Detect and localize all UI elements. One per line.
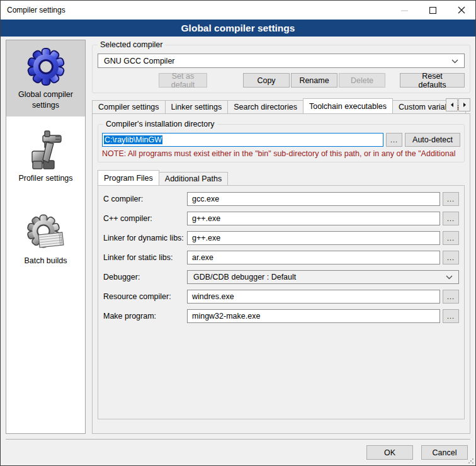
copy-button[interactable]: Copy	[243, 73, 290, 88]
tab-toolchain-executables[interactable]: Toolchain executables	[303, 98, 393, 113]
make-program-input[interactable]	[187, 309, 440, 323]
compiler-select-value: GNU GCC Compiler	[104, 57, 175, 65]
close-button[interactable]	[447, 1, 475, 20]
settings-tabstrip: Compiler settings Linker settings Search…	[92, 98, 470, 113]
cancel-button[interactable]: Cancel	[421, 445, 468, 460]
dialog-body: Global compiler settings	[1, 37, 475, 434]
gray-gear-stack-icon	[26, 212, 66, 253]
field-label: Resource compiler:	[103, 292, 187, 301]
field-row-debugger: Debugger: GDB/CDB debugger : Default	[103, 270, 459, 284]
reset-defaults-button[interactable]: Reset defaults	[400, 73, 465, 88]
chevron-down-icon	[451, 57, 458, 65]
sidebar-item-profiler-settings[interactable]: Profiler settings	[6, 124, 85, 190]
minimize-button	[390, 1, 419, 20]
tab-linker-settings[interactable]: Linker settings	[165, 100, 229, 113]
debugger-select-value: GDB/CDB debugger : Default	[193, 273, 296, 281]
field-label: Linker for static libs:	[103, 253, 187, 262]
page-title: Global compiler settings	[1, 20, 475, 37]
delete-button: Delete	[339, 73, 385, 88]
installation-directory-group-label: Compiler's installation directory	[103, 120, 217, 128]
static-linker-input[interactable]	[187, 251, 440, 264]
installation-directory-browse-button[interactable]: ...	[386, 133, 402, 147]
set-as-default-button: Set as default	[159, 73, 207, 88]
installation-directory-row: C:\raylib\MinGW ... Auto-detect	[102, 133, 460, 147]
c-compiler-browse-button[interactable]: ...	[443, 192, 459, 206]
dialog-footer: OK Cancel	[6, 439, 470, 460]
tab-scroll-left-button[interactable]	[446, 98, 458, 111]
auto-detect-button[interactable]: Auto-detect	[405, 133, 460, 147]
field-label: Make program:	[103, 312, 187, 321]
blue-gear-icon	[26, 46, 66, 86]
compiler-actions-row: Set as default Copy Rename Delete Reset …	[98, 73, 465, 88]
installation-directory-value: C:\raylib\MinGW	[104, 135, 162, 144]
tab-scroll-right-button[interactable]	[458, 98, 470, 111]
field-label: Linker for dynamic libs:	[103, 234, 187, 242]
resize-grip[interactable]	[468, 458, 474, 464]
maximize-icon	[429, 7, 436, 14]
field-label: Debugger:	[103, 273, 187, 281]
ok-button[interactable]: OK	[366, 445, 413, 460]
tab-compiler-settings[interactable]: Compiler settings	[92, 100, 166, 113]
resource-compiler-input[interactable]	[187, 290, 440, 304]
static-linker-browse-button[interactable]: ...	[443, 251, 459, 264]
installation-directory-group: Compiler's installation directory C:\ray…	[98, 124, 465, 162]
sidebar-item-label: Profiler settings	[8, 173, 84, 184]
tab-search-directories[interactable]: Search directories	[227, 100, 303, 113]
window-title: Compiler settings	[1, 6, 390, 14]
field-row-resource-compiler: Resource compiler: ...	[103, 290, 459, 304]
selected-compiler-group: Selected compiler GNU GCC Compiler Set a…	[92, 45, 470, 93]
field-row-cpp-compiler: C++ compiler: ...	[103, 212, 459, 225]
dynamic-linker-input[interactable]	[187, 231, 440, 245]
titlebar: Compiler settings	[1, 1, 475, 20]
field-row-dynamic-linker: Linker for dynamic libs: ...	[103, 231, 459, 245]
chevron-down-icon	[446, 273, 453, 281]
toolchain-subtabstrip: Program Files Additional Paths	[98, 169, 465, 185]
field-row-static-linker: Linker for static libs: ...	[103, 251, 459, 264]
close-icon	[458, 6, 465, 14]
compiler-select[interactable]: GNU GCC Compiler	[98, 54, 465, 68]
selected-compiler-group-label: Selected compiler	[98, 40, 165, 49]
field-label: C compiler:	[103, 195, 187, 203]
cpp-compiler-browse-button[interactable]: ...	[443, 212, 459, 225]
resource-compiler-browse-button[interactable]: ...	[443, 290, 459, 304]
subtab-program-files[interactable]: Program Files	[98, 170, 159, 185]
sidebar-item-batch-builds[interactable]: Batch builds	[6, 207, 85, 273]
dynamic-linker-browse-button[interactable]: ...	[443, 231, 459, 245]
subtab-additional-paths[interactable]: Additional Paths	[159, 172, 228, 185]
maximize-button[interactable]	[419, 1, 447, 20]
toolchain-executables-page: Compiler's installation directory C:\ray…	[92, 113, 470, 434]
make-program-browse-button[interactable]: ...	[443, 309, 459, 323]
program-files-page: C compiler: ... C++ compiler: ... Linker…	[98, 185, 465, 419]
tab-scroll-buttons	[445, 98, 470, 111]
field-row-c-compiler: C compiler: ...	[103, 192, 459, 206]
global-compiler-settings-panel: Selected compiler GNU GCC Compiler Set a…	[92, 40, 470, 434]
rename-button[interactable]: Rename	[291, 73, 337, 88]
tab-scroll-right-icon	[463, 102, 467, 108]
settings-category-list: Global compiler settings	[6, 40, 86, 434]
cpp-compiler-input[interactable]	[187, 212, 440, 225]
debugger-select[interactable]: GDB/CDB debugger : Default	[187, 270, 459, 284]
c-compiler-input[interactable]	[187, 192, 440, 206]
sidebar-item-label: Batch builds	[8, 256, 84, 266]
caliper-blocks-icon	[26, 130, 66, 170]
tab-scroll-left-icon	[450, 102, 454, 108]
installation-directory-input[interactable]: C:\raylib\MinGW	[102, 133, 383, 147]
field-row-make-program: Make program: ...	[103, 309, 459, 323]
installation-directory-note: NOTE: All programs must exist either in …	[102, 149, 460, 158]
sidebar-item-label: Global compiler settings	[8, 89, 84, 110]
sidebar-item-global-compiler-settings[interactable]: Global compiler settings	[6, 40, 85, 116]
compiler-settings-dialog: Compiler settings Global compiler settin…	[0, 0, 476, 466]
minimize-icon	[401, 7, 408, 14]
field-label: C++ compiler:	[103, 214, 187, 223]
